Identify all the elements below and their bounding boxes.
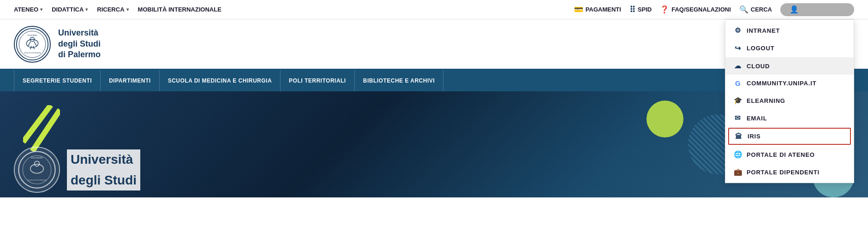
faq-link[interactable]: ❓ FAQ/SEGNALAZIONI — [660, 5, 731, 14]
svg-line-6 — [28, 41, 30, 46]
svg-line-7 — [34, 41, 36, 46]
main-nav: ATENEO ▾ DIDATTICA ▾ RICERCA ▾ MOBILITÀ … — [14, 6, 221, 13]
chevron-down-icon: ▾ — [40, 7, 42, 12]
briefcase-icon: 💼 — [734, 168, 742, 176]
hero-title-line2: degli Studi — [67, 170, 140, 190]
svg-point-0 — [17, 28, 48, 60]
search-link[interactable]: 🔍 CERCA — [739, 5, 772, 14]
email-icon: ✉ — [734, 114, 742, 122]
nav-mobilita[interactable]: MOBILITÀ INTERNAZIONALE — [138, 6, 221, 13]
svg-text:PANORMI: PANORMI — [28, 34, 37, 36]
chevron-down-icon: ▾ — [85, 7, 88, 12]
university-name: Università degli Studi di Palermo — [58, 28, 101, 60]
google-icon: G — [734, 79, 742, 87]
dropdown-email[interactable]: ✉ EMAIL — [725, 109, 854, 127]
hero-university-text: Università degli Studi — [67, 149, 140, 190]
spid-icon: ⠿ — [629, 5, 635, 15]
svg-text:TANAE·STVDIVM: TANAE·STVDIVM — [24, 51, 41, 54]
spid-link[interactable]: ⠿ SPID — [629, 5, 652, 15]
dropdown-portale-ateneo[interactable]: 🌐 PORTALE DI ATENEO — [725, 146, 854, 163]
nav-segreterie[interactable]: SEGRETERIE STUDENTI — [14, 70, 101, 91]
hero-title-line1: Università — [67, 149, 140, 170]
decorative-green-circle — [647, 101, 683, 137]
dropdown-portale-dipendenti[interactable]: 💼 PORTALE DIPENDENTI — [725, 163, 854, 181]
dropdown-elearning[interactable]: 🎓 ELEARNING — [725, 92, 854, 109]
user-icon: 👤 — [790, 6, 799, 13]
svg-point-16 — [30, 164, 44, 173]
svg-point-17 — [35, 161, 40, 166]
nav-dipartimenti[interactable]: DIPARTIMENTI — [101, 70, 159, 91]
payment-icon: 💳 — [574, 5, 583, 14]
dropdown-community[interactable]: G COMMUNITY.UNIPA.IT — [725, 75, 854, 92]
svg-point-4 — [26, 39, 38, 48]
user-account-button[interactable]: 👤 — [780, 3, 854, 16]
dropdown-intranet[interactable]: ⚙ INTRANET — [725, 22, 854, 39]
top-navigation-bar: ATENEO ▾ DIDATTICA ▾ RICERCA ▾ MOBILITÀ … — [0, 0, 868, 19]
elearning-icon: 🎓 — [734, 96, 742, 105]
chevron-down-icon: ▾ — [126, 7, 129, 12]
nav-didattica[interactable]: DIDATTICA ▾ — [52, 6, 88, 13]
logo-area: PANORMI TANAE·STVDIVM Università degli S… — [14, 26, 101, 63]
search-icon: 🔍 — [739, 5, 748, 14]
dropdown-logout[interactable]: ↪ LOGOUT — [725, 39, 854, 57]
logout-icon: ↪ — [734, 44, 742, 53]
svg-line-11 — [32, 110, 60, 151]
faq-icon: ❓ — [660, 5, 669, 14]
utility-bar: 💳 PAGAMENTI ⠿ SPID ❓ FAQ/SEGNALAZIONI 🔍 … — [574, 3, 854, 16]
cloud-icon: ☁ — [734, 62, 742, 70]
globe-icon: 🌐 — [734, 150, 742, 159]
dropdown-cloud[interactable]: ☁ CLOUD — [725, 57, 854, 75]
svg-line-10 — [23, 105, 51, 142]
nav-medicina[interactable]: SCUOLA DI MEDICINA E CHIRURGIA — [160, 70, 281, 91]
pagamenti-link[interactable]: 💳 PAGAMENTI — [574, 5, 621, 14]
nav-biblioteche[interactable]: BIBLIOTECHE E ARCHIVI — [355, 70, 443, 91]
svg-text:TANAE·STVDIVM: TANAE·STVDIVM — [28, 179, 47, 181]
nav-ateneo[interactable]: ATENEO ▾ — [14, 6, 42, 13]
hero-university-logo: PANORMI TANAE·STVDIVM — [14, 147, 60, 193]
user-dropdown-menu: ⚙ INTRANET ↪ LOGOUT ☁ CLOUD G COMMUNITY.… — [725, 19, 854, 183]
building-icon: 🏛 — [735, 132, 743, 140]
university-logo[interactable]: PANORMI TANAE·STVDIVM — [14, 26, 51, 63]
nav-poli[interactable]: POLI TERRITORIALI — [281, 70, 355, 91]
svg-text:PANORMI: PANORMI — [31, 156, 43, 159]
gear-icon: ⚙ — [734, 26, 742, 35]
nav-ricerca[interactable]: RICERCA ▾ — [97, 6, 128, 13]
decorative-yellow-lines — [23, 105, 60, 151]
dropdown-iris[interactable]: 🏛 IRIS — [728, 128, 851, 145]
